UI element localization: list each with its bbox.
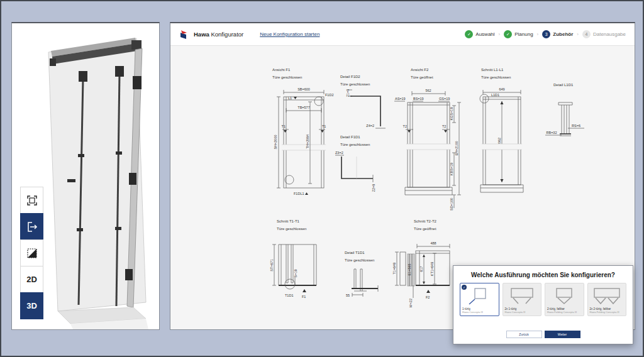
- step-number: 4: [582, 30, 591, 38]
- dim-label: BS=19: [413, 97, 424, 101]
- hinge-middle: [129, 173, 136, 185]
- view-3d-button[interactable]: 3D: [20, 292, 43, 319]
- drawing-detail-t1d1: Detail T1D1 Türe geschlossen 55: [345, 251, 378, 297]
- drawing-schnitt-t1: Schnitt T1-T1 Türe geschlossen ST=671 S=…: [270, 219, 316, 299]
- option-texts: 1-türig Hawa Concepta III: [460, 307, 499, 316]
- dim-label: L1: [288, 96, 292, 100]
- dim-label: EH=2100: [455, 141, 458, 155]
- dim-label: Z4=2: [366, 124, 374, 128]
- drawing-title: Schnitt T1-T1: [277, 219, 300, 223]
- dim-label: T2: [442, 124, 446, 128]
- drawing-title: Schnitt L1-L1: [481, 68, 504, 72]
- back-button[interactable]: Zurück: [506, 331, 542, 338]
- drawing-subtitle: Türe geschlossen: [340, 143, 370, 146]
- drawing-title: Detail F1D1: [340, 135, 360, 139]
- option-2-tuerig-faltbar[interactable]: 2-türig, faltbar Hawa Folding Concepta I…: [545, 283, 584, 316]
- view-2d-button[interactable]: 2D: [20, 266, 43, 293]
- drawing-detail-f1d2: Detail F1D2 Türe geschlossen Z1=9 Z4=2: [340, 75, 386, 128]
- option-texts: 2x 1-türig Hawa Concepta III: [503, 307, 541, 316]
- dim-label: 488: [430, 241, 436, 245]
- app-header: Hawa Konfigurator Neue Konfiguration sta…: [170, 23, 635, 46]
- step-planung[interactable]: ✓ Planung: [504, 30, 533, 38]
- door-double-folding-icon: [593, 287, 621, 305]
- detail-marker-label: L1D1: [491, 93, 499, 97]
- detail-marker-label: F1DL1: [294, 192, 304, 195]
- step-label: Planung: [514, 31, 533, 37]
- export-view-button[interactable]: [20, 213, 43, 240]
- drawing-title: Detail L1D1: [553, 83, 574, 87]
- detail-marker-label: F1D2: [325, 93, 333, 97]
- dim-label: F1: [302, 295, 306, 299]
- drawing-title: Schnitt T2-T2: [414, 219, 437, 223]
- step-label: Zubehör: [553, 31, 573, 37]
- contrast-button[interactable]: [20, 239, 43, 266]
- fit-to-screen-button[interactable]: [20, 187, 43, 214]
- drawing-ansicht-f2: Ansicht F2 Türe geöffnet 562 AS=19 BS=19…: [394, 68, 461, 211]
- drawing-subtitle: Türe geschlossen: [277, 227, 306, 231]
- dim-label: 55: [346, 294, 350, 297]
- dim-label: T1: [282, 124, 286, 128]
- contrast-icon: [26, 248, 38, 259]
- step-auswahl[interactable]: ✓ Auswahl: [465, 30, 494, 38]
- dim-label: S=19: [294, 270, 297, 278]
- drawing-subtitle: Türe geschlossen: [340, 82, 370, 86]
- check-icon: ✓: [465, 30, 473, 38]
- drawing-title: Ansicht F1: [272, 68, 291, 72]
- option-sublabel: Hawa Concepta III: [505, 310, 540, 314]
- fit-to-screen-icon: [26, 195, 38, 206]
- dim-label: RS=6: [572, 124, 580, 128]
- dim-label: T1: [322, 124, 326, 128]
- option-1-tuerig[interactable]: ✓ 1-türig Hawa Concepta III: [460, 283, 499, 316]
- dim-label: AS=19: [395, 97, 406, 101]
- option-sublabel: Hawa Concepta III: [462, 310, 497, 314]
- brand-bold: Hawa: [194, 31, 209, 38]
- step-zubehoer[interactable]: 3 Zubehör: [542, 30, 573, 38]
- drawing-schnitt-t2: Schnitt T2-T2 Türe geöffnet 488 T1=649 E…: [392, 219, 450, 307]
- drawing-subtitle: Türe geöffnet: [411, 75, 433, 79]
- drawing-title: Ansicht F2: [411, 68, 429, 72]
- dim-label: KGS=19: [450, 107, 453, 121]
- option-2x-1-tuerig[interactable]: 2x 1-türig Hawa Concepta III: [502, 283, 542, 316]
- dim-label: SD=100: [450, 198, 453, 211]
- drawing-title: Detail F1D2: [340, 75, 360, 79]
- detail-marker-label: T1D1: [285, 294, 293, 297]
- drawing-title: Detail T1D1: [345, 251, 365, 255]
- drawing-detail-f1d1: Detail F1D1 Türe geschlossen Z3=2 Z2=9: [335, 135, 375, 192]
- option-sublabel: Hawa Folding Concepta III: [547, 310, 582, 314]
- step-datenausgabe[interactable]: 4 Datenausgabe: [582, 30, 626, 38]
- step-label: Auswahl: [475, 31, 494, 37]
- next-button[interactable]: Weiter: [545, 331, 580, 338]
- drawing-subtitle: Türe geschlossen: [345, 258, 374, 262]
- dim-label: T1=649: [392, 263, 396, 275]
- dim-label: F2: [426, 295, 430, 299]
- hinge-top: [133, 76, 142, 89]
- hawa-logo-icon: [179, 30, 189, 40]
- handle: [67, 179, 75, 182]
- door-double-icon: [508, 287, 536, 305]
- option-texts: 2-türig, faltbar Hawa Folding Concepta I…: [545, 307, 584, 316]
- dim-label: KT1=649: [430, 262, 434, 276]
- check-icon: ✓: [504, 30, 512, 38]
- new-configuration-link[interactable]: Neue Konfiguration starten: [260, 31, 319, 37]
- step-label: Datenausgabe: [593, 31, 626, 37]
- dialog-footer: Zurück Weiter: [453, 331, 633, 344]
- option-texts: 2x 2-türig, faltbar Hawa Folding Concept…: [588, 307, 626, 316]
- hinge-bottom: [125, 269, 133, 280]
- chevron-right-icon: ›: [577, 31, 579, 37]
- dim-label: Z1=9: [346, 89, 350, 97]
- app-screen: 2D 3D Hawa Konfigurator Neue Konfigurati…: [0, 0, 644, 357]
- dim-label: T2: [403, 124, 407, 128]
- drawing-subtitle: Türe geschlossen: [272, 75, 302, 79]
- dim-label: GS=19: [439, 97, 450, 101]
- option-sublabel: Hawa Folding Concepta III: [590, 310, 625, 314]
- drawing-ansicht-f1: Ansicht F1 Türe geschlossen SB=600 L1 F1…: [272, 68, 333, 195]
- drawing-schnitt-l1: Schnitt L1-L1 Türe geschlossen 649 L1D1 …: [480, 68, 523, 192]
- option-2x-2-tuerig-faltbar[interactable]: 2x 2-türig, faltbar Hawa Folding Concept…: [587, 283, 627, 316]
- dim-label: SH=2000: [274, 135, 277, 149]
- dialog-title: Welche Ausführung möchten Sie konfigurie…: [457, 272, 629, 278]
- dim-label: 617: [419, 266, 423, 272]
- dim-label: Z3=2: [335, 151, 343, 155]
- dim-label: 649: [499, 87, 504, 91]
- brand-title: Hawa Konfigurator: [194, 31, 243, 38]
- dim-label: TB=577: [297, 106, 309, 109]
